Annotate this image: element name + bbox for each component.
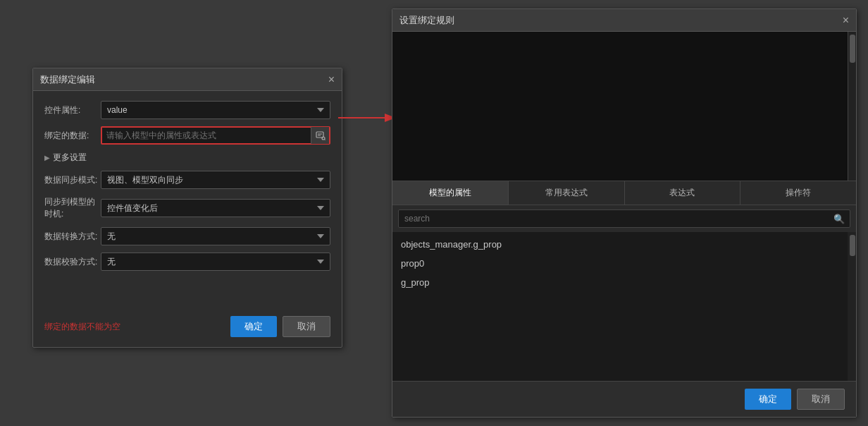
left-dialog-close-button[interactable]: × [328, 74, 335, 85]
binding-label: 绑定的数据: [44, 130, 101, 142]
list-item[interactable]: g_prop [392, 273, 856, 292]
list-scrollbar[interactable] [848, 232, 856, 381]
right-dialog-close-button[interactable]: × [843, 15, 849, 26]
search-row: 🔍 [392, 205, 856, 232]
left-dialog-body: 控件属性: value 绑定的数据: [33, 91, 342, 288]
svg-rect-0 [316, 132, 323, 138]
left-footer-buttons: 确定 取消 [230, 316, 330, 337]
validate-label: 数据校验方式: [44, 256, 101, 268]
search-wrap: 🔍 [398, 209, 850, 228]
list-item[interactable]: prop0 [392, 254, 856, 273]
left-dialog-titlebar: 数据绑定编辑 × [33, 68, 342, 91]
right-confirm-button[interactable]: 确定 [745, 389, 791, 410]
search-input[interactable] [398, 209, 850, 228]
list-scrollbar-thumb [850, 235, 855, 256]
transform-label: 数据转换方式: [44, 231, 101, 243]
left-dialog-title: 数据绑定编辑 [40, 73, 95, 86]
transform-select[interactable]: 无 [101, 227, 330, 245]
list-item[interactable]: objects_manager.g_prop [392, 235, 856, 254]
right-top-scrollbar-thumb [850, 35, 855, 63]
left-dialog-footer: 绑定的数据不能为空 确定 取消 [33, 309, 342, 347]
sync-time-select[interactable]: 控件值变化后 [101, 199, 330, 217]
binding-row: 绑定的数据: [44, 126, 330, 145]
transform-row: 数据转换方式: 无 [44, 227, 330, 245]
right-dialog-title: 设置绑定规则 [399, 14, 454, 27]
property-label: 控件属性: [44, 104, 101, 116]
tabs-row: 模型的属性 常用表达式 表达式 操作符 [392, 181, 856, 205]
right-dialog-titlebar: 设置绑定规则 × [392, 9, 856, 32]
property-select[interactable]: value [101, 101, 330, 119]
tab-model-properties[interactable]: 模型的属性 [392, 181, 509, 205]
sync-mode-label: 数据同步模式: [44, 174, 101, 186]
right-dialog: 设置绑定规则 × 模型的属性 常用表达式 表达式 操作符 🔍 objects_m [392, 8, 857, 418]
binding-input-wrap [101, 126, 330, 145]
tab-operators[interactable]: 操作符 [740, 181, 856, 205]
right-top-scrollbar[interactable] [848, 32, 856, 181]
sync-mode-row: 数据同步模式: 视图、模型双向同步 [44, 171, 330, 189]
right-top-area [392, 32, 856, 181]
right-dialog-footer: 确定 取消 [392, 381, 856, 417]
property-row: 控件属性: value [44, 101, 330, 119]
svg-line-4 [324, 139, 325, 140]
sync-mode-select[interactable]: 视图、模型双向同步 [101, 171, 330, 189]
tab-common-expressions[interactable]: 常用表达式 [509, 181, 625, 205]
validate-row: 数据校验方式: 无 [44, 252, 330, 271]
list-area: objects_manager.g_prop prop0 g_prop [392, 232, 856, 381]
sync-time-label: 同步到模型的时机: [44, 196, 101, 220]
left-confirm-button[interactable]: 确定 [230, 316, 277, 337]
error-message: 绑定的数据不能为空 [44, 321, 120, 333]
left-dialog: 数据绑定编辑 × 控件属性: value 绑定的数据: [32, 68, 342, 348]
sync-time-row: 同步到模型的时机: 控件值变化后 [44, 196, 330, 220]
binding-input[interactable] [102, 130, 311, 140]
validate-select[interactable]: 无 [101, 252, 330, 271]
browse-icon [316, 130, 326, 140]
more-settings-toggle[interactable]: 更多设置 [44, 152, 330, 164]
search-icon: 🔍 [833, 214, 845, 224]
binding-browse-button[interactable] [311, 127, 329, 144]
tab-expressions[interactable]: 表达式 [625, 181, 741, 205]
left-cancel-button[interactable]: 取消 [283, 316, 330, 337]
right-cancel-button[interactable]: 取消 [797, 389, 845, 410]
right-main: objects_manager.g_prop prop0 g_prop [392, 232, 856, 381]
